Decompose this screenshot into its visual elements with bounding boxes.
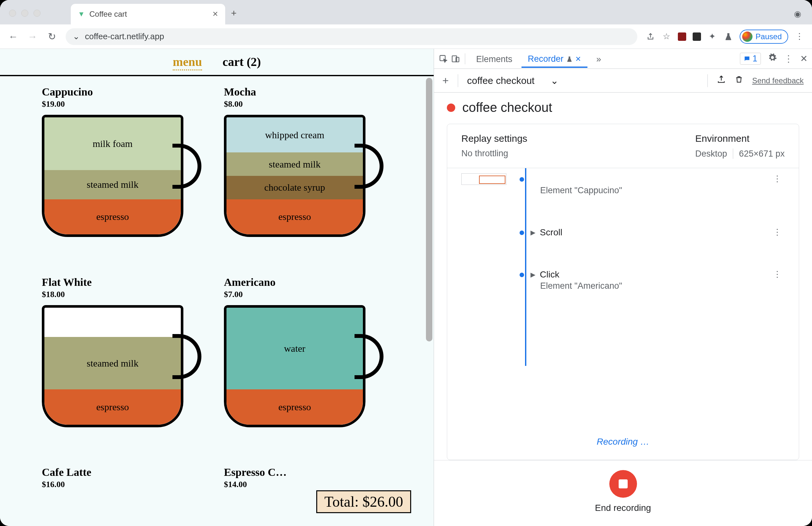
- product-name: Espresso C…: [224, 466, 398, 478]
- cup-layer: water: [227, 308, 363, 390]
- end-recording-label: End recording: [595, 503, 651, 513]
- paused-label: Paused: [756, 32, 782, 41]
- cart-total-badge[interactable]: Total: $26.00: [316, 490, 411, 513]
- export-icon[interactable]: [717, 75, 726, 86]
- cup-handle: [172, 144, 201, 189]
- url-input[interactable]: ⌄ coffee-cart.netlify.app: [66, 28, 637, 45]
- maximize-window-icon[interactable]: [33, 10, 41, 17]
- recording-title: coffee checkout: [434, 93, 812, 124]
- step-action: Click: [540, 269, 560, 280]
- cup-layer: espresso: [44, 199, 181, 235]
- cup-layer: espresso: [44, 389, 181, 424]
- tab-elements[interactable]: Elements: [470, 50, 519, 67]
- browser-tab[interactable]: ▼ Coffee cart ✕: [71, 4, 225, 25]
- devtools-menu-icon[interactable]: ⋮: [784, 54, 793, 64]
- step-menu-icon[interactable]: ⋮: [773, 227, 781, 237]
- timeline-dot-icon: [520, 177, 524, 182]
- cup-handle: [354, 144, 383, 189]
- address-bar: ← → ↻ ⌄ coffee-cart.netlify.app ☆ ✦ Paus…: [0, 25, 812, 49]
- nav-menu-link[interactable]: menu: [173, 55, 202, 71]
- site-menu-chevron-icon[interactable]: ⌄: [73, 31, 80, 42]
- add-recording-button[interactable]: +: [443, 74, 449, 87]
- back-button[interactable]: ←: [8, 31, 19, 42]
- product-price: $18.00: [42, 290, 216, 299]
- recording-indicator-icon: [447, 104, 455, 112]
- step-detail: Element "Americano": [540, 281, 622, 291]
- browser-menu-icon[interactable]: ⋮: [795, 32, 804, 42]
- product-price: $16.00: [42, 480, 216, 489]
- device-toolbar-icon[interactable]: [451, 54, 460, 64]
- coffee-cup: espressowater: [224, 305, 375, 434]
- nav-cart-link[interactable]: cart (2): [223, 55, 261, 71]
- product-card[interactable]: Cafe Latte$16.00: [42, 466, 216, 516]
- recorder-step[interactable]: ▶Scroll⋮: [521, 226, 785, 268]
- cup-handle: [354, 334, 383, 379]
- recording-selector[interactable]: coffee checkout ⌄: [467, 75, 698, 86]
- chevron-down-icon: ⌄: [550, 75, 559, 86]
- forward-button: →: [27, 31, 38, 42]
- timeline-dot-icon: [520, 230, 524, 235]
- inspect-element-icon[interactable]: [438, 54, 448, 64]
- product-card[interactable]: Mocha$8.00espressochocolate syrupsteamed…: [224, 86, 398, 265]
- stop-icon: [619, 479, 628, 489]
- send-feedback-link[interactable]: Send feedback: [752, 76, 803, 85]
- tab-title: Coffee cart: [89, 10, 127, 19]
- product-card[interactable]: Flat White$18.00espressosteamed milk: [42, 276, 216, 455]
- url-text: coffee-cart.netlify.app: [85, 31, 164, 42]
- recording-status: Recording …: [447, 430, 799, 460]
- devtools-panel: Elements Recorder ✕ » 1 ⋮ ✕: [434, 49, 812, 526]
- labs-flask-icon[interactable]: [724, 32, 733, 42]
- expand-triangle-icon[interactable]: ▶: [531, 271, 535, 279]
- recorder-step[interactable]: ClickElement "Cappucino"⋮: [521, 172, 785, 226]
- coffee-cup: espressosteamed milk: [42, 305, 193, 434]
- end-recording-button[interactable]: [609, 470, 637, 498]
- close-window-icon[interactable]: [9, 10, 16, 17]
- close-tab-icon[interactable]: ✕: [575, 55, 581, 63]
- close-devtools-icon[interactable]: ✕: [800, 54, 808, 64]
- end-recording-bar: End recording: [434, 460, 812, 526]
- web-page: menu cart (2) Cappucino$19.00espressoste…: [0, 49, 434, 526]
- recorder-step[interactable]: ▶ClickElement "Americano"⋮: [521, 268, 785, 321]
- steps-list: ClickElement "Cappucino"⋮▶Scroll⋮▶ClickE…: [447, 168, 799, 430]
- reload-button[interactable]: ↻: [46, 31, 57, 42]
- cup-layer: espresso: [227, 199, 363, 235]
- extensions-puzzle-icon[interactable]: ✦: [708, 32, 717, 42]
- page-scrollbar[interactable]: [426, 78, 432, 342]
- bookmark-star-icon[interactable]: ☆: [662, 32, 671, 42]
- page-nav: menu cart (2): [0, 49, 434, 76]
- new-tab-button[interactable]: +: [231, 8, 237, 19]
- avatar-icon: [742, 31, 753, 42]
- product-price: $19.00: [42, 99, 216, 109]
- cup-layer: steamed milk: [44, 170, 181, 199]
- throttling-value[interactable]: No throttling: [461, 149, 527, 159]
- tab-recorder[interactable]: Recorder ✕: [522, 49, 588, 68]
- coffee-cup: espressosteamed milkmilk foam: [42, 115, 193, 243]
- step-menu-icon[interactable]: ⋮: [773, 269, 781, 280]
- share-icon[interactable]: [646, 32, 655, 42]
- recording-panel: Replay settings No throttling Environmen…: [447, 124, 799, 460]
- replay-settings-section: Replay settings No throttling: [461, 133, 527, 159]
- step-thumbnail[interactable]: [461, 173, 506, 185]
- browser-window: ▼ Coffee cart ✕ + ◉ ← → ↻ ⌄ coffee-cart.…: [0, 0, 812, 526]
- delete-icon[interactable]: [735, 75, 743, 86]
- tab-strip: ▼ Coffee cart ✕ + ◉: [0, 0, 812, 25]
- cup-layer: chocolate syrup: [227, 176, 363, 199]
- product-card[interactable]: Americano$7.00espressowater: [224, 276, 398, 455]
- settings-gear-icon[interactable]: [768, 53, 777, 64]
- expand-triangle-icon[interactable]: ▶: [531, 229, 535, 236]
- close-tab-icon[interactable]: ✕: [212, 10, 218, 18]
- more-tabs-icon[interactable]: »: [590, 50, 608, 67]
- product-name: Cafe Latte: [42, 466, 216, 478]
- product-card[interactable]: Cappucino$19.00espressosteamed milkmilk …: [42, 86, 216, 265]
- profile-paused-pill[interactable]: Paused: [740, 30, 788, 44]
- minimize-window-icon[interactable]: [21, 10, 28, 17]
- step-menu-icon[interactable]: ⋮: [773, 174, 781, 184]
- product-name: Mocha: [224, 86, 398, 98]
- flask-icon: [566, 56, 572, 62]
- environment-section: Environment Desktop 625×671 px: [695, 133, 785, 159]
- product-name: Americano: [224, 276, 398, 288]
- account-chevron-icon[interactable]: ◉: [793, 9, 802, 19]
- messages-badge[interactable]: 1: [740, 53, 761, 65]
- extension-icon[interactable]: [693, 32, 701, 41]
- extension-icon[interactable]: [678, 32, 686, 41]
